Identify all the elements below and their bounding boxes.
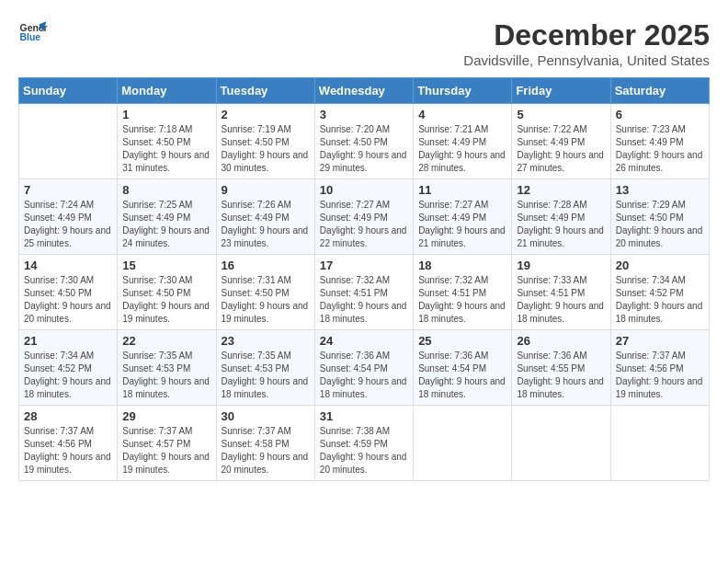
day-info: Sunrise: 7:35 AMSunset: 4:53 PMDaylight:…: [122, 350, 210, 401]
calendar-cell: 1Sunrise: 7:18 AMSunset: 4:50 PMDaylight…: [118, 104, 216, 179]
calendar-cell: 9Sunrise: 7:26 AMSunset: 4:49 PMDaylight…: [216, 179, 314, 255]
logo-icon: General Blue: [18, 18, 48, 48]
day-number: 23: [222, 334, 310, 348]
day-number: 2: [222, 108, 310, 121]
calendar-cell: 30Sunrise: 7:37 AMSunset: 4:58 PMDayligh…: [216, 406, 314, 481]
day-info: Sunrise: 7:34 AMSunset: 4:52 PMDaylight:…: [24, 350, 112, 401]
calendar-cell: 17Sunrise: 7:32 AMSunset: 4:51 PMDayligh…: [314, 255, 413, 330]
calendar-cell: 21Sunrise: 7:34 AMSunset: 4:52 PMDayligh…: [19, 330, 118, 406]
calendar-week-row: 1Sunrise: 7:18 AMSunset: 4:50 PMDaylight…: [19, 104, 710, 179]
day-info: Sunrise: 7:31 AMSunset: 4:50 PMDaylight:…: [222, 274, 310, 326]
day-info: Sunrise: 7:21 AMSunset: 4:49 PMDaylight:…: [418, 123, 506, 175]
calendar-cell: 26Sunrise: 7:36 AMSunset: 4:55 PMDayligh…: [512, 330, 610, 406]
day-number: 31: [320, 409, 408, 423]
calendar-week-row: 21Sunrise: 7:34 AMSunset: 4:52 PMDayligh…: [19, 330, 710, 406]
day-of-week-monday: Monday: [118, 78, 216, 104]
calendar-cell: [414, 406, 512, 481]
day-number: 26: [517, 334, 605, 348]
day-number: 10: [320, 183, 408, 197]
calendar-cell: 27Sunrise: 7:37 AMSunset: 4:56 PMDayligh…: [610, 330, 709, 406]
calendar-cell: 6Sunrise: 7:23 AMSunset: 4:49 PMDaylight…: [610, 104, 709, 179]
calendar-cell: [610, 406, 709, 481]
calendar-cell: 25Sunrise: 7:36 AMSunset: 4:54 PMDayligh…: [414, 330, 512, 406]
day-info: Sunrise: 7:30 AMSunset: 4:50 PMDaylight:…: [122, 274, 210, 326]
day-info: Sunrise: 7:20 AMSunset: 4:50 PMDaylight:…: [320, 123, 408, 175]
day-info: Sunrise: 7:26 AMSunset: 4:49 PMDaylight:…: [222, 199, 310, 250]
day-info: Sunrise: 7:29 AMSunset: 4:50 PMDaylight:…: [616, 199, 704, 250]
calendar-cell: 7Sunrise: 7:24 AMSunset: 4:49 PMDaylight…: [19, 179, 118, 255]
day-number: 6: [616, 108, 704, 121]
day-number: 5: [517, 108, 605, 121]
day-number: 15: [122, 259, 210, 272]
calendar-cell: 23Sunrise: 7:35 AMSunset: 4:53 PMDayligh…: [216, 330, 314, 406]
day-number: 29: [122, 409, 210, 423]
day-number: 11: [418, 183, 506, 197]
day-number: 21: [24, 334, 112, 348]
day-number: 13: [616, 183, 704, 197]
day-number: 16: [222, 259, 310, 272]
calendar-cell: 12Sunrise: 7:28 AMSunset: 4:49 PMDayligh…: [512, 179, 610, 255]
day-of-week-wednesday: Wednesday: [314, 78, 413, 104]
day-info: Sunrise: 7:38 AMSunset: 4:59 PMDaylight:…: [320, 425, 408, 477]
calendar-header-row: SundayMondayTuesdayWednesdayThursdayFrid…: [19, 78, 710, 104]
day-number: 19: [517, 259, 605, 272]
day-info: Sunrise: 7:34 AMSunset: 4:52 PMDaylight:…: [616, 274, 704, 326]
day-number: 9: [222, 183, 310, 197]
day-number: 1: [122, 108, 210, 121]
month-title: December 2025: [463, 18, 710, 52]
logo: General Blue: [18, 18, 48, 48]
calendar-cell: 22Sunrise: 7:35 AMSunset: 4:53 PMDayligh…: [118, 330, 216, 406]
calendar-cell: 28Sunrise: 7:37 AMSunset: 4:56 PMDayligh…: [19, 406, 118, 481]
day-info: Sunrise: 7:18 AMSunset: 4:50 PMDaylight:…: [122, 123, 210, 175]
day-info: Sunrise: 7:36 AMSunset: 4:54 PMDaylight:…: [418, 350, 506, 401]
calendar-cell: 29Sunrise: 7:37 AMSunset: 4:57 PMDayligh…: [118, 406, 216, 481]
calendar-cell: 18Sunrise: 7:32 AMSunset: 4:51 PMDayligh…: [414, 255, 512, 330]
calendar-cell: 20Sunrise: 7:34 AMSunset: 4:52 PMDayligh…: [610, 255, 709, 330]
day-number: 22: [122, 334, 210, 348]
title-block: December 2025 Davidsville, Pennsylvania,…: [463, 18, 710, 68]
day-info: Sunrise: 7:23 AMSunset: 4:49 PMDaylight:…: [616, 123, 704, 175]
day-of-week-sunday: Sunday: [19, 78, 118, 104]
day-info: Sunrise: 7:37 AMSunset: 4:56 PMDaylight:…: [24, 425, 112, 477]
day-number: 7: [24, 183, 112, 197]
calendar-week-row: 28Sunrise: 7:37 AMSunset: 4:56 PMDayligh…: [19, 406, 710, 481]
day-info: Sunrise: 7:25 AMSunset: 4:49 PMDaylight:…: [122, 199, 210, 250]
day-info: Sunrise: 7:35 AMSunset: 4:53 PMDaylight:…: [222, 350, 310, 401]
calendar-cell: 14Sunrise: 7:30 AMSunset: 4:50 PMDayligh…: [19, 255, 118, 330]
day-number: 8: [122, 183, 210, 197]
day-number: 3: [320, 108, 408, 121]
calendar-cell: 3Sunrise: 7:20 AMSunset: 4:50 PMDaylight…: [314, 104, 413, 179]
calendar-cell: 4Sunrise: 7:21 AMSunset: 4:49 PMDaylight…: [414, 104, 512, 179]
day-info: Sunrise: 7:37 AMSunset: 4:58 PMDaylight:…: [222, 425, 310, 477]
day-number: 12: [517, 183, 605, 197]
calendar-cell: 5Sunrise: 7:22 AMSunset: 4:49 PMDaylight…: [512, 104, 610, 179]
day-info: Sunrise: 7:22 AMSunset: 4:49 PMDaylight:…: [517, 123, 605, 175]
day-number: 17: [320, 259, 408, 272]
calendar-cell: 13Sunrise: 7:29 AMSunset: 4:50 PMDayligh…: [610, 179, 709, 255]
calendar-cell: 11Sunrise: 7:27 AMSunset: 4:49 PMDayligh…: [414, 179, 512, 255]
calendar-cell: 2Sunrise: 7:19 AMSunset: 4:50 PMDaylight…: [216, 104, 314, 179]
day-info: Sunrise: 7:30 AMSunset: 4:50 PMDaylight:…: [24, 274, 112, 326]
calendar-cell: 19Sunrise: 7:33 AMSunset: 4:51 PMDayligh…: [512, 255, 610, 330]
day-number: 24: [320, 334, 408, 348]
day-number: 27: [616, 334, 704, 348]
day-info: Sunrise: 7:37 AMSunset: 4:57 PMDaylight:…: [122, 425, 210, 477]
day-of-week-thursday: Thursday: [414, 78, 512, 104]
day-number: 20: [616, 259, 704, 272]
day-of-week-saturday: Saturday: [610, 78, 709, 104]
calendar-cell: 24Sunrise: 7:36 AMSunset: 4:54 PMDayligh…: [314, 330, 413, 406]
page-header: General Blue December 2025 Davidsville, …: [18, 18, 710, 68]
day-info: Sunrise: 7:32 AMSunset: 4:51 PMDaylight:…: [418, 274, 506, 326]
day-of-week-friday: Friday: [512, 78, 610, 104]
calendar-cell: 31Sunrise: 7:38 AMSunset: 4:59 PMDayligh…: [314, 406, 413, 481]
day-info: Sunrise: 7:19 AMSunset: 4:50 PMDaylight:…: [222, 123, 310, 175]
day-number: 28: [24, 409, 112, 423]
day-number: 18: [418, 259, 506, 272]
day-info: Sunrise: 7:27 AMSunset: 4:49 PMDaylight:…: [418, 199, 506, 250]
calendar-cell: 15Sunrise: 7:30 AMSunset: 4:50 PMDayligh…: [118, 255, 216, 330]
location-title: Davidsville, Pennsylvania, United States: [463, 52, 710, 68]
calendar-week-row: 14Sunrise: 7:30 AMSunset: 4:50 PMDayligh…: [19, 255, 710, 330]
calendar-cell: [19, 104, 118, 179]
day-of-week-tuesday: Tuesday: [216, 78, 314, 104]
calendar-week-row: 7Sunrise: 7:24 AMSunset: 4:49 PMDaylight…: [19, 179, 710, 255]
